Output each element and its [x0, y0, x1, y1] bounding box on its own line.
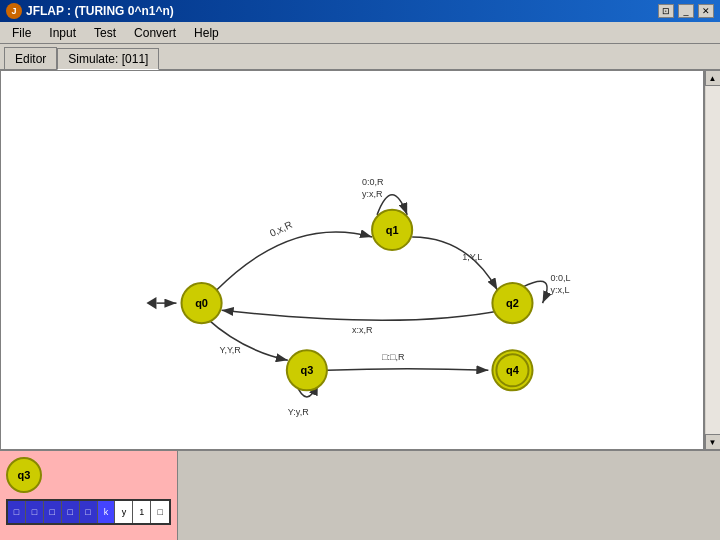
tape-cell-7: 1: [133, 501, 151, 523]
main-content: 0,x,R 0:0,R y:x,R 1,Y,L 0:0,L y:x,L x:x,…: [0, 70, 720, 450]
tape-cell-6: y: [115, 501, 133, 523]
tape-cell-4: □: [80, 501, 98, 523]
svg-text:q4: q4: [506, 364, 520, 376]
tab-bar: Editor Simulate: [011]: [0, 44, 720, 70]
svg-marker-2: [146, 297, 156, 309]
state-q3: q3: [287, 350, 327, 390]
state-q4: q4: [492, 350, 532, 390]
bottom-panel: q3 □ □ □ □ □ k y 1 □: [0, 450, 720, 540]
title-bar-left: J JFLAP : (TURING 0^n1^n): [6, 3, 174, 19]
menu-convert[interactable]: Convert: [126, 24, 184, 42]
tape-cell-0: □: [8, 501, 26, 523]
minimize-button[interactable]: _: [678, 4, 694, 18]
svg-text:q3: q3: [300, 364, 313, 376]
tape-cell-8: □: [151, 501, 169, 523]
tape-cell-5: k: [98, 501, 116, 523]
svg-text:Y,Y,R: Y,Y,R: [220, 345, 242, 355]
tape-cells: □ □ □ □ □ k y 1 □: [6, 499, 171, 525]
tape-cell-3: □: [62, 501, 80, 523]
tab-editor[interactable]: Editor: [4, 47, 57, 69]
close-button[interactable]: ✕: [698, 4, 714, 18]
tape-area: q3 □ □ □ □ □ k y 1 □: [0, 451, 178, 540]
scroll-down-button[interactable]: ▼: [705, 434, 721, 450]
app-icon: J: [6, 3, 22, 19]
menu-file[interactable]: File: [4, 24, 39, 42]
menu-input[interactable]: Input: [41, 24, 84, 42]
state-q1: q1: [372, 210, 412, 250]
scroll-up-button[interactable]: ▲: [705, 70, 721, 86]
state-q2: q2: [492, 283, 532, 323]
svg-text:□:□,R: □:□,R: [382, 352, 405, 362]
svg-text:0:0,R: 0:0,R: [362, 177, 384, 187]
svg-text:x:x,R: x:x,R: [352, 325, 373, 335]
menu-bar: File Input Test Convert Help: [0, 22, 720, 44]
svg-text:Y:y,R: Y:y,R: [288, 407, 309, 417]
svg-text:q2: q2: [506, 297, 519, 309]
svg-text:0,x,R: 0,x,R: [268, 219, 294, 239]
turing-diagram: 0,x,R 0:0,R y:x,R 1,Y,L 0:0,L y:x,L x:x,…: [1, 71, 703, 449]
svg-text:q0: q0: [195, 297, 208, 309]
svg-text:y:x,L: y:x,L: [551, 285, 570, 295]
state-q0: q0: [182, 283, 222, 323]
svg-text:0:0,L: 0:0,L: [551, 273, 571, 283]
tab-simulate[interactable]: Simulate: [011]: [57, 48, 159, 70]
title-bar: J JFLAP : (TURING 0^n1^n) ⊡ _ ✕: [0, 0, 720, 22]
svg-text:q1: q1: [386, 224, 399, 236]
diagram-area[interactable]: 0,x,R 0:0,R y:x,R 1,Y,L 0:0,L y:x,L x:x,…: [0, 70, 704, 450]
window-title: JFLAP : (TURING 0^n1^n): [26, 4, 174, 18]
window-controls[interactable]: ⊡ _ ✕: [658, 4, 714, 18]
current-state-display: q3: [6, 457, 42, 493]
tape-cell-2: □: [44, 501, 62, 523]
menu-help[interactable]: Help: [186, 24, 227, 42]
restore-button[interactable]: ⊡: [658, 4, 674, 18]
output-area: [178, 451, 720, 540]
scroll-track[interactable]: [706, 86, 720, 434]
tape-cell-1: □: [26, 501, 44, 523]
svg-text:y:x,R: y:x,R: [362, 189, 383, 199]
svg-text:1,Y,L: 1,Y,L: [462, 252, 482, 262]
vertical-scrollbar[interactable]: ▲ ▼: [704, 70, 720, 450]
menu-test[interactable]: Test: [86, 24, 124, 42]
